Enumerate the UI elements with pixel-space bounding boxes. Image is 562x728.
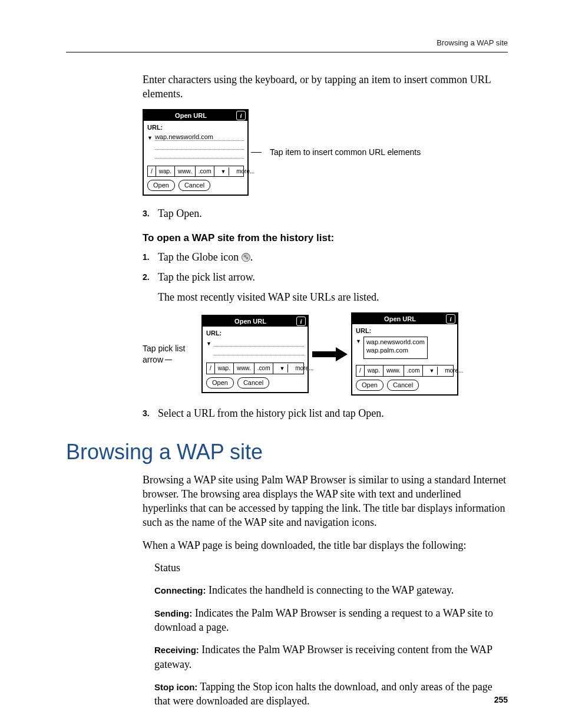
- step-number: 1.: [143, 250, 158, 264]
- url-label: URL:: [356, 327, 454, 335]
- shortcut-more[interactable]: ▼ more...: [423, 365, 469, 376]
- url-label: URL:: [147, 123, 244, 132]
- def-receiving: Receiving: Indicates the Palm WAP Browse…: [154, 643, 508, 671]
- info-icon[interactable]: i: [296, 317, 306, 326]
- step2-note: The most recently visited WAP site URLs …: [158, 290, 508, 304]
- step-3a: 3. Tap Open.: [143, 206, 508, 220]
- figure-open-url-1: Open URL i URL: ▼ wap.newsworld.com: [143, 109, 508, 196]
- step-text: Tap the pick list arrow.: [158, 270, 508, 284]
- history-item[interactable]: wap.newsworld.com: [366, 338, 425, 347]
- def-stop-icon: Stop icon: Tapping the Stop icon halts t…: [154, 680, 508, 709]
- step-3b: 3. Select a URL from the history pick li…: [143, 406, 508, 420]
- globe-icon: [242, 253, 250, 262]
- callout-leader: [251, 152, 262, 153]
- palm-dialog-after: Open URL i URL: ▼ wap.newsworld.com wap.…: [351, 312, 458, 395]
- picklist-arrow-icon[interactable]: ▼: [356, 337, 361, 345]
- header-rule: [66, 52, 508, 52]
- shortcut-www[interactable]: www.: [175, 166, 196, 177]
- step-text: Select a URL from the history pick list …: [158, 406, 508, 420]
- cancel-button[interactable]: Cancel: [178, 180, 210, 191]
- url-shortcut-bar: / wap. www. .com ▼ more...: [356, 365, 454, 377]
- figure-history-sequence: Tap pick list arrow Open URL i URL: ▼: [143, 312, 508, 395]
- figure2-callout: Tap pick list arrow: [143, 343, 199, 365]
- shortcut-www[interactable]: www.: [234, 363, 254, 374]
- picklist-arrow-icon[interactable]: ▼: [147, 133, 153, 141]
- step-2: 2. Tap the pick list arrow.: [143, 270, 508, 284]
- open-button[interactable]: Open: [356, 380, 384, 391]
- page-number: 255: [494, 694, 508, 706]
- status-label: Status: [154, 561, 508, 575]
- shortcut-www[interactable]: www.: [384, 365, 404, 376]
- step-text: Tap the Globe icon .: [158, 250, 508, 264]
- step-number: 3.: [143, 406, 158, 420]
- figure1-callout: Tap item to insert common URL elements: [270, 147, 421, 158]
- step-text: Tap Open.: [158, 206, 508, 220]
- picklist-arrow-icon[interactable]: ▼: [206, 339, 211, 347]
- dialog-title: Open URL: [204, 317, 296, 326]
- shortcut-more[interactable]: ▼ more...: [273, 363, 319, 374]
- cancel-button[interactable]: Cancel: [387, 380, 419, 391]
- shortcut-wap[interactable]: wap.: [156, 166, 175, 177]
- url-input[interactable]: wap.newsworld.com: [155, 133, 244, 141]
- history-picklist[interactable]: wap.newsworld.com wap.palm.com: [363, 337, 428, 359]
- palm-dialog: Open URL i URL: ▼ wap.newsworld.com: [143, 109, 249, 196]
- shortcut-com[interactable]: .com: [196, 166, 215, 177]
- dialog-title: Open URL: [354, 315, 446, 324]
- section-paragraph-1: Browsing a WAP site using Palm WAP Brows…: [143, 473, 508, 530]
- open-button[interactable]: Open: [147, 180, 175, 191]
- shortcut-slash[interactable]: /: [356, 365, 365, 376]
- url-input-line2[interactable]: [214, 348, 304, 355]
- url-shortcut-bar: / wap. www. .com ▼ more...: [206, 363, 304, 374]
- open-button[interactable]: Open: [206, 377, 234, 388]
- url-shortcut-bar: / wap. www. .com ▼ more...: [147, 166, 244, 177]
- url-input-line2[interactable]: [155, 142, 244, 150]
- def-connecting: Connecting: Indicates the handheld is co…: [154, 583, 508, 597]
- shortcut-more[interactable]: ▼ more...: [214, 166, 260, 177]
- palm-dialog-before: Open URL i URL: ▼ / wap.: [201, 315, 309, 393]
- info-icon[interactable]: i: [236, 111, 246, 120]
- step-number: 3.: [143, 206, 158, 220]
- cancel-button[interactable]: Cancel: [237, 377, 269, 388]
- shortcut-slash[interactable]: /: [148, 166, 156, 177]
- section-paragraph-2: When a WAP page is being downloaded, the…: [143, 538, 508, 552]
- history-item[interactable]: wap.palm.com: [366, 347, 425, 355]
- url-input[interactable]: [214, 339, 304, 347]
- step-number: 2.: [143, 270, 158, 284]
- shortcut-com[interactable]: .com: [254, 363, 274, 374]
- shortcut-wap[interactable]: wap.: [215, 363, 234, 374]
- url-label: URL:: [206, 329, 304, 338]
- shortcut-com[interactable]: .com: [404, 365, 424, 376]
- section-heading: Browsing a WAP site: [66, 438, 508, 467]
- def-sending: Sending: Indicates the Palm WAP Browser …: [154, 606, 508, 635]
- sequence-arrow-icon: [312, 347, 348, 361]
- shortcut-wap[interactable]: wap.: [365, 365, 384, 376]
- dialog-title: Open URL: [146, 111, 236, 120]
- subheading-history: To open a WAP site from the history list…: [143, 232, 508, 245]
- url-input-line3[interactable]: [155, 151, 244, 159]
- intro-paragraph: Enter characters using the keyboard, or …: [143, 73, 508, 101]
- info-icon[interactable]: i: [446, 314, 455, 324]
- step-1: 1. Tap the Globe icon .: [143, 250, 508, 264]
- shortcut-slash[interactable]: /: [207, 363, 215, 374]
- running-header: Browsing a WAP site: [66, 38, 508, 48]
